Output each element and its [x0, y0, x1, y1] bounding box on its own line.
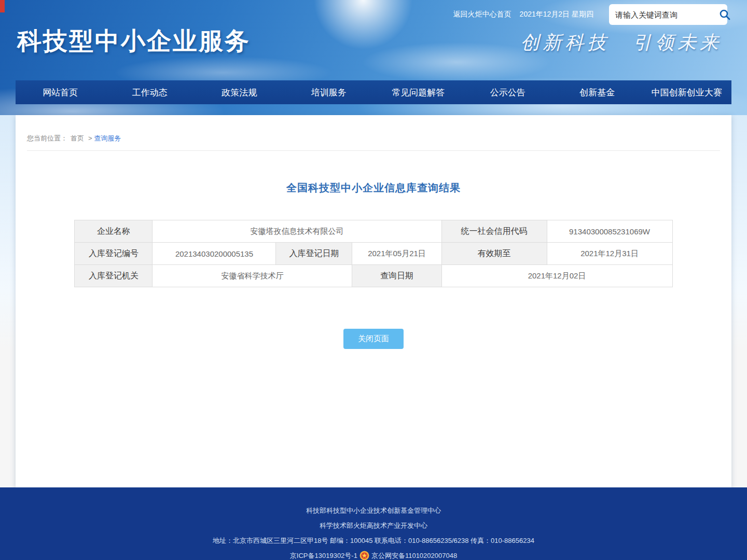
value-company-name: 安徽塔孜信息技术有限公司: [153, 220, 441, 243]
label-valid-until: 有效期至: [441, 243, 547, 265]
value-query-date: 2021年12月02日: [441, 265, 672, 287]
table-row-registration: 入库登记编号 202134030200005135 入库登记日期 2021年05…: [75, 243, 672, 265]
close-page-button[interactable]: 关闭页面: [343, 329, 404, 349]
value-registration-date: 2021年05月21日: [352, 243, 441, 265]
nav-item-innovation-fund[interactable]: 创新基金: [552, 80, 642, 104]
label-company-name: 企业名称: [75, 220, 153, 243]
site-footer: 科技部科技型中小企业技术创新基金管理中心 科学技术部火炬高技术产业开发中心 地址…: [0, 487, 747, 560]
result-title: 全国科技型中小企业信息库查询结果: [16, 181, 731, 195]
breadcrumb: 您当前位置：首页>查询服务: [27, 115, 720, 151]
nav-item-work-news[interactable]: 工作动态: [105, 80, 195, 104]
label-registration-date: 入库登记日期: [276, 243, 352, 265]
psb-record-link[interactable]: 京公网安备11010202007048: [371, 548, 457, 560]
public-security-badge-icon: [359, 551, 369, 560]
nav-item-innovation-contest[interactable]: 中国创新创业大赛: [642, 80, 732, 104]
label-registration-authority: 入库登记机关: [75, 265, 153, 287]
search-input[interactable]: [615, 10, 718, 19]
search-box: [609, 4, 727, 25]
site-logo: 科技型中小企业服务: [17, 25, 251, 58]
nav-item-announcements[interactable]: 公示公告: [463, 80, 553, 104]
footer-org-line-2: 科学技术部火炬高技术产业开发中心: [0, 518, 747, 533]
nav-item-home[interactable]: 网站首页: [16, 80, 105, 104]
value-registration-number: 202134030200005135: [153, 243, 276, 265]
table-row-authority: 入库登记机关 安徽省科学技术厅 查询日期 2021年12月02日: [75, 265, 672, 287]
main-nav: 网站首页 工作动态 政策法规 培训服务 常见问题解答 公示公告 创新基金 中国创…: [16, 80, 731, 104]
breadcrumb-separator: >: [88, 134, 92, 142]
footer-org-line-1: 科技部科技型中小企业技术创新基金管理中心: [0, 503, 747, 518]
nav-item-faq[interactable]: 常见问题解答: [374, 80, 463, 104]
breadcrumb-prefix: 您当前位置：: [27, 134, 67, 142]
result-table: 企业名称 安徽塔孜信息技术有限公司 统一社会信用代码 9134030008523…: [74, 220, 672, 287]
nav-item-training[interactable]: 培训服务: [284, 80, 374, 104]
breadcrumb-home-link[interactable]: 首页: [71, 134, 84, 142]
value-valid-until: 2021年12月31日: [547, 243, 672, 265]
content-panel: 您当前位置：首页>查询服务 全国科技型中小企业信息库查询结果 企业名称 安徽塔孜…: [16, 115, 731, 487]
footer-contact-line: 地址：北京市西城区三里河二区甲18号 邮编：100045 联系电话：010-88…: [0, 533, 747, 548]
site-slogan: 创新科技 引领未来: [521, 30, 722, 55]
current-date: 2021年12月2日 星期四: [520, 10, 593, 19]
value-credit-code: 91340300085231069W: [547, 220, 672, 243]
icp-record-link[interactable]: 京ICP备13019302号-1: [290, 548, 357, 560]
breadcrumb-current-link[interactable]: 查询服务: [94, 134, 121, 142]
label-registration-number: 入库登记编号: [75, 243, 153, 265]
search-icon[interactable]: [718, 8, 731, 21]
nav-item-policies[interactable]: 政策法规: [195, 80, 284, 104]
page: 返回火炬中心首页 2021年12月2日 星期四 科技型中小企业服务 创新科技 引…: [0, 0, 747, 560]
label-credit-code: 统一社会信用代码: [441, 220, 547, 243]
table-row-company: 企业名称 安徽塔孜信息技术有限公司 统一社会信用代码 9134030008523…: [75, 220, 672, 243]
torch-center-home-link[interactable]: 返回火炬中心首页: [453, 10, 511, 19]
footer-icp-line: 京ICP备13019302号-1 京公网安备11010202007048: [0, 548, 747, 560]
site-header: 返回火炬中心首页 2021年12月2日 星期四 科技型中小企业服务 创新科技 引…: [0, 0, 747, 115]
label-query-date: 查询日期: [352, 265, 441, 287]
value-registration-authority: 安徽省科学技术厅: [153, 265, 352, 287]
